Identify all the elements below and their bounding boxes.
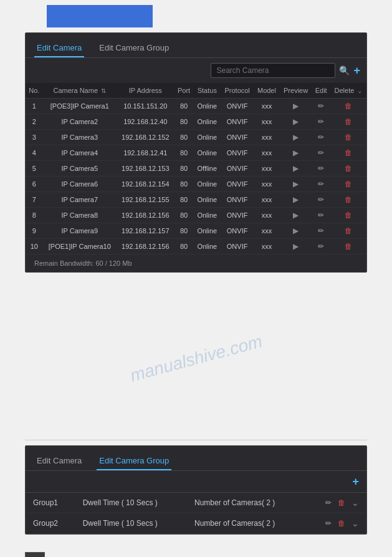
cell-port: 80 <box>174 161 194 177</box>
cell-status: Online <box>194 99 221 114</box>
delete-button[interactable]: 🗑 <box>345 164 352 173</box>
cell-delete[interactable]: 🗑 <box>330 145 366 161</box>
cell-edit[interactable]: ✏ <box>312 208 330 223</box>
cell-no: 5 <box>26 161 43 177</box>
delete-button[interactable]: 🗑 <box>345 180 352 188</box>
cell-edit[interactable]: ✏ <box>312 130 330 145</box>
edit-button[interactable]: ✏ <box>318 148 324 157</box>
group-delete-button[interactable]: 🗑 <box>338 498 345 507</box>
tab2-edit-camera[interactable]: Edit Camera <box>34 452 84 470</box>
edit-button[interactable]: ✏ <box>318 226 324 235</box>
delete-button[interactable]: 🗑 <box>345 211 352 220</box>
cell-preview[interactable]: ▶ <box>280 177 312 192</box>
delete-button[interactable]: 🗑 <box>345 133 352 142</box>
cell-preview[interactable]: ▶ <box>280 130 312 145</box>
cell-delete[interactable]: 🗑 <box>330 223 366 239</box>
cell-edit[interactable]: ✏ <box>312 177 330 192</box>
preview-button[interactable]: ▶ <box>293 164 299 173</box>
cell-protocol: ONVIF <box>221 99 254 114</box>
cell-delete[interactable]: 🗑 <box>330 239 366 254</box>
cell-edit[interactable]: ✏ <box>312 99 330 114</box>
search-button[interactable]: 🔍 <box>339 65 350 75</box>
cell-preview[interactable]: ▶ <box>280 239 312 254</box>
cell-preview[interactable]: ▶ <box>280 114 312 130</box>
cell-name: IP Camera7 <box>43 192 117 208</box>
cell-delete[interactable]: 🗑 <box>330 208 366 223</box>
cell-edit[interactable]: ✏ <box>312 161 330 177</box>
group-expand-button[interactable]: ⌄ <box>351 518 359 528</box>
delete-button[interactable]: 🗑 <box>345 148 352 157</box>
table-row: 10 [POE1]IP Camera10 192.168.12.156 80 O… <box>26 239 366 254</box>
bottom-add-button[interactable]: + <box>25 552 45 557</box>
cell-model: xxx <box>254 208 280 223</box>
preview-button[interactable]: ▶ <box>293 148 299 157</box>
group-expand-button[interactable]: ⌄ <box>351 498 359 508</box>
cell-port: 80 <box>174 177 194 192</box>
cell-protocol: ONVIF <box>221 192 254 208</box>
group-row: Group1 Dwell Time ( 10 Secs ) Number of … <box>26 493 366 513</box>
cell-no: 3 <box>26 130 43 145</box>
col-no: No. <box>26 83 43 99</box>
group-edit-button[interactable]: ✏ <box>325 498 332 507</box>
edit-button[interactable]: ✏ <box>318 133 324 142</box>
panel-edit-camera-group: Edit Camera Edit Camera Group + Group1 D… <box>25 445 367 535</box>
delete-button[interactable]: 🗑 <box>345 242 352 251</box>
cell-edit[interactable]: ✏ <box>312 239 330 254</box>
preview-button[interactable]: ▶ <box>293 211 299 220</box>
preview-button[interactable]: ▶ <box>293 242 299 251</box>
edit-button[interactable]: ✏ <box>318 242 324 251</box>
cell-edit[interactable]: ✏ <box>312 223 330 239</box>
edit-button[interactable]: ✏ <box>318 180 324 188</box>
add-camera-button[interactable]: + <box>353 65 360 76</box>
cell-status: Online <box>194 177 221 192</box>
delete-button[interactable]: 🗑 <box>345 226 352 235</box>
cell-status: Offline <box>194 161 221 177</box>
cell-edit[interactable]: ✏ <box>312 114 330 130</box>
group-edit-button[interactable]: ✏ <box>325 519 332 528</box>
tab-edit-camera[interactable]: Edit Camera <box>34 39 84 57</box>
edit-button[interactable]: ✏ <box>318 164 324 173</box>
preview-button[interactable]: ▶ <box>293 226 299 235</box>
cell-preview[interactable]: ▶ <box>280 192 312 208</box>
cell-edit[interactable]: ✏ <box>312 145 330 161</box>
group-delete-button[interactable]: 🗑 <box>338 519 345 528</box>
edit-button[interactable]: ✏ <box>318 102 324 110</box>
preview-button[interactable]: ▶ <box>293 180 299 188</box>
cell-delete[interactable]: 🗑 <box>330 192 366 208</box>
delete-button[interactable]: 🗑 <box>345 102 352 110</box>
table-row: 1 [POE3]IP Camera1 10.151.151.20 80 Onli… <box>26 99 366 114</box>
cell-status: Online <box>194 192 221 208</box>
search-row: 🔍 + <box>26 58 366 83</box>
cell-preview[interactable]: ▶ <box>280 208 312 223</box>
cell-delete[interactable]: 🗑 <box>330 177 366 192</box>
preview-button[interactable]: ▶ <box>293 133 299 142</box>
search-input[interactable] <box>211 63 335 78</box>
cell-preview[interactable]: ▶ <box>280 145 312 161</box>
cell-delete[interactable]: 🗑 <box>330 99 366 114</box>
table-header-row: No. Camera Name ⇅ IP Address Port Status… <box>26 83 366 99</box>
cell-edit[interactable]: ✏ <box>312 192 330 208</box>
panel1-tabs: Edit Camera Edit Camera Group <box>26 33 366 58</box>
cell-delete[interactable]: 🗑 <box>330 161 366 177</box>
cell-preview[interactable]: ▶ <box>280 99 312 114</box>
delete-button[interactable]: 🗑 <box>345 195 352 204</box>
cell-preview[interactable]: ▶ <box>280 161 312 177</box>
cell-ip: 192.168.12.153 <box>117 161 174 177</box>
group-count: Number of Cameras( 2 ) <box>187 513 306 534</box>
add-group-button[interactable]: + <box>352 476 359 487</box>
cell-preview[interactable]: ▶ <box>280 223 312 239</box>
cell-delete[interactable]: 🗑 <box>330 130 366 145</box>
edit-button[interactable]: ✏ <box>318 117 324 126</box>
tab2-edit-camera-group[interactable]: Edit Camera Group <box>97 452 171 470</box>
preview-button[interactable]: ▶ <box>293 102 299 110</box>
table-row: 7 IP Camera7 192.168.12.155 80 Online ON… <box>26 192 366 208</box>
preview-button[interactable]: ▶ <box>293 195 299 204</box>
cell-model: xxx <box>254 239 280 254</box>
group-table: Group1 Dwell Time ( 10 Secs ) Number of … <box>26 493 366 534</box>
edit-button[interactable]: ✏ <box>318 195 324 204</box>
preview-button[interactable]: ▶ <box>293 117 299 126</box>
cell-delete[interactable]: 🗑 <box>330 114 366 130</box>
edit-button[interactable]: ✏ <box>318 211 324 220</box>
tab-edit-camera-group[interactable]: Edit Camera Group <box>97 39 171 57</box>
delete-button[interactable]: 🗑 <box>345 117 352 126</box>
